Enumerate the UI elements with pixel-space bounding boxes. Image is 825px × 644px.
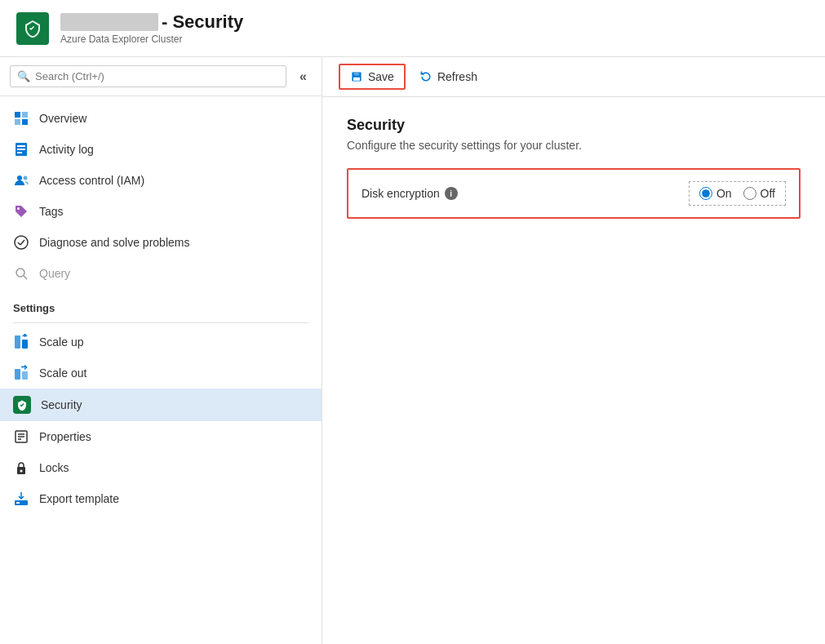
on-label: On (716, 187, 732, 200)
sidebar-item-properties[interactable]: Properties (0, 421, 322, 452)
sidebar-item-label: Security (41, 398, 82, 411)
svg-rect-2 (15, 119, 20, 125)
sidebar-item-diagnose[interactable]: Diagnose and solve problems (0, 227, 322, 258)
sidebar-item-label: Activity log (39, 143, 94, 156)
svg-rect-7 (17, 152, 22, 153)
search-input[interactable] (35, 70, 279, 82)
svg-line-15 (24, 276, 27, 279)
content-area: Save Refresh Security Configure the secu… (322, 57, 825, 644)
svg-line-13 (20, 240, 24, 245)
sidebar-item-scale-out[interactable]: Scale out (0, 358, 322, 389)
scale-up-icon (13, 334, 29, 350)
section-desc: Configure the security settings for your… (347, 139, 801, 152)
svg-rect-31 (354, 72, 359, 75)
save-icon (350, 70, 363, 83)
svg-rect-32 (353, 78, 360, 81)
diagnose-icon (13, 234, 29, 251)
collapse-button[interactable]: « (295, 68, 312, 86)
sidebar-item-label: Diagnose and solve problems (39, 236, 189, 249)
svg-rect-17 (22, 340, 28, 349)
security-icon (13, 396, 31, 414)
refresh-button[interactable]: Refresh (409, 64, 488, 89)
svg-point-14 (16, 269, 24, 277)
toolbar: Save Refresh (322, 57, 825, 97)
refresh-label: Refresh (437, 70, 477, 83)
sidebar-item-export-template[interactable]: Export template (0, 483, 322, 514)
search-icon: 🔍 (17, 70, 30, 82)
refresh-icon (419, 70, 432, 83)
export-icon (13, 491, 29, 507)
sidebar-item-locks[interactable]: Locks (0, 452, 322, 483)
header-title-block: - Security Azure Data Explorer Cluster (60, 11, 243, 44)
disk-encryption-off[interactable]: Off (743, 187, 775, 200)
sidebar-item-label: Tags (39, 205, 64, 218)
svg-point-27 (20, 470, 23, 473)
sidebar-item-label: Export template (39, 492, 119, 505)
off-label: Off (761, 187, 775, 200)
section-title: Security (347, 117, 801, 134)
svg-rect-19 (15, 369, 20, 380)
svg-rect-29 (16, 502, 20, 504)
svg-point-9 (24, 176, 28, 180)
svg-rect-0 (15, 112, 20, 118)
sidebar-item-label: Overview (39, 112, 86, 125)
sidebar-search-row: 🔍 « (0, 57, 322, 96)
disk-encryption-row: Disk encryption i On Off (347, 168, 801, 219)
sidebar-item-access-control[interactable]: Access control (IAM) (0, 165, 322, 196)
sidebar-item-label: Access control (IAM) (39, 174, 144, 187)
sidebar-item-label: Query (39, 267, 70, 280)
svg-point-10 (17, 207, 20, 210)
sidebar-item-query: Query (0, 258, 322, 289)
disk-encryption-toggle: On Off (689, 181, 786, 206)
sidebar-item-activity-log[interactable]: Activity log (0, 134, 322, 165)
cluster-name-blurred (60, 13, 158, 31)
header: - Security Azure Data Explorer Cluster (0, 0, 825, 57)
save-button[interactable]: Save (339, 64, 406, 90)
sidebar-item-label: Locks (39, 461, 69, 474)
svg-rect-20 (22, 371, 28, 380)
sidebar-nav: Overview Activity log Access control (IA… (0, 96, 322, 521)
sidebar-search-box[interactable]: 🔍 (10, 65, 286, 87)
properties-icon (13, 429, 29, 445)
sidebar-item-label: Properties (39, 430, 91, 443)
sidebar-item-overview[interactable]: Overview (0, 103, 322, 134)
svg-rect-1 (22, 112, 28, 118)
sidebar-item-scale-up[interactable]: Scale up (0, 326, 322, 358)
sidebar-item-label: Scale out (39, 366, 86, 380)
save-label: Save (368, 70, 394, 83)
content-body: Security Configure the security settings… (322, 97, 825, 644)
main-layout: 🔍 « Overview Activity log (0, 57, 825, 644)
disk-encryption-off-radio[interactable] (743, 187, 756, 200)
disk-encryption-on-radio[interactable] (699, 187, 712, 200)
sidebar-item-tags[interactable]: Tags (0, 196, 322, 227)
svg-rect-16 (15, 335, 20, 349)
sidebar: 🔍 « Overview Activity log (0, 57, 322, 644)
iam-icon (13, 172, 29, 189)
header-title: - Security (162, 11, 243, 33)
query-icon (13, 265, 29, 282)
section-divider (13, 322, 308, 323)
overview-icon (13, 110, 29, 127)
disk-encryption-label: Disk encryption i (361, 187, 689, 200)
disk-encryption-text: Disk encryption (361, 187, 440, 200)
scale-out-icon (13, 365, 29, 381)
svg-rect-5 (17, 145, 25, 147)
svg-rect-6 (17, 149, 25, 150)
disk-encryption-on[interactable]: On (699, 187, 732, 200)
locks-icon (13, 460, 29, 476)
app-icon (16, 12, 49, 45)
header-subtitle: Azure Data Explorer Cluster (60, 33, 243, 45)
info-icon[interactable]: i (445, 187, 458, 200)
tags-icon (13, 203, 29, 220)
svg-point-11 (15, 236, 28, 249)
settings-section-label: Settings (0, 289, 322, 319)
svg-rect-3 (22, 119, 28, 125)
svg-point-8 (17, 175, 22, 180)
activity-log-icon (13, 141, 29, 158)
sidebar-item-label: Scale up (39, 335, 83, 349)
sidebar-item-security[interactable]: Security (0, 389, 322, 421)
